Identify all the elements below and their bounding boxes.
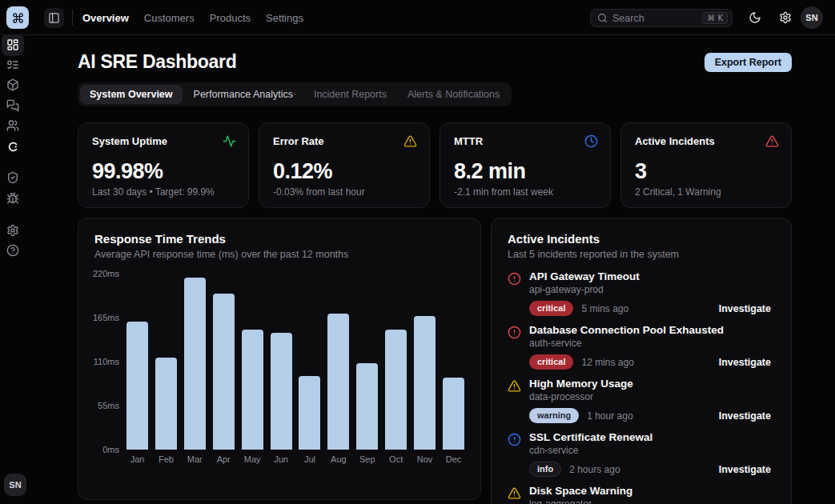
- incident-time: 5 mins ago: [581, 303, 628, 314]
- alert-triangle-icon: [403, 134, 417, 148]
- topbar: Overview Customers Products Settings ⌘ K…: [0, 0, 835, 35]
- incident-title: High Memory Usage: [529, 378, 775, 390]
- alert-circle-icon: [508, 272, 521, 286]
- y-tick: 0ms: [102, 445, 119, 454]
- clock-icon: [584, 134, 598, 148]
- investigate-button[interactable]: Investigate: [719, 303, 771, 314]
- incident-row: API Gateway Timeout api-gateway-prod cri…: [508, 270, 775, 316]
- y-tick: 55ms: [98, 401, 119, 410]
- bar-aug: [327, 314, 349, 450]
- incident-title: SSL Certificate Renewal: [529, 431, 775, 443]
- x-tick-dec: Dec: [443, 454, 464, 464]
- sidebar-item-dashboard[interactable]: [2, 34, 24, 56]
- sidebar-item-debug[interactable]: [2, 187, 24, 210]
- bar-dec: [443, 378, 464, 450]
- tab-alerts-notifications[interactable]: Alerts & Notifications: [398, 85, 509, 104]
- tab-incident-reports[interactable]: Incident Reports: [304, 85, 396, 104]
- y-tick: 220ms: [93, 269, 119, 278]
- bar-oct: [385, 330, 407, 450]
- incident-service: log-aggregator: [529, 498, 775, 504]
- x-axis: JanFebMarAprMayJunJulAugSepOctNovDec: [126, 454, 464, 464]
- investigate-button[interactable]: Investigate: [719, 357, 771, 368]
- top-nav: Overview Customers Products Settings: [82, 0, 303, 35]
- y-axis: 220ms165ms110ms55ms0ms: [94, 274, 126, 450]
- sidebar-item-messages[interactable]: [2, 94, 24, 117]
- sidebar-item-users[interactable]: [2, 114, 24, 137]
- severity-badge: critical: [529, 301, 573, 316]
- chart-title: Response Time Trends: [94, 232, 464, 246]
- stat-card-uptime: System Uptime 99.98% Last 30 days • Targ…: [78, 122, 249, 208]
- nav-link-products[interactable]: Products: [210, 12, 251, 24]
- incidents-subtitle: Last 5 incidents reported in the system: [508, 249, 775, 260]
- bar-may: [242, 330, 263, 450]
- stat-value: 0.12%: [273, 159, 415, 184]
- stat-title: Active Incidents: [635, 135, 777, 147]
- sidebar-user-avatar[interactable]: SN: [4, 474, 26, 496]
- command-button[interactable]: [6, 6, 29, 29]
- tab-system-overview[interactable]: System Overview: [80, 85, 183, 104]
- sidebar-item-products[interactable]: [2, 74, 24, 96]
- search-input[interactable]: [612, 13, 697, 24]
- user-avatar[interactable]: SN: [801, 6, 823, 29]
- sidebar-item-security[interactable]: [2, 166, 24, 189]
- chart-subtitle: Average API response time (ms) over the …: [94, 249, 464, 260]
- export-report-button[interactable]: Export Report: [705, 53, 792, 72]
- stat-cards-row: System Uptime 99.98% Last 30 days • Targ…: [78, 122, 792, 208]
- x-tick-oct: Oct: [385, 454, 407, 464]
- incident-time: 1 hour ago: [587, 410, 632, 422]
- bar-jan: [126, 322, 148, 450]
- settings-button[interactable]: [777, 10, 793, 26]
- tab-performance-analytics[interactable]: Performance Analytics: [184, 85, 303, 104]
- sidebar-item-settings[interactable]: [2, 219, 24, 242]
- active-incidents-card: Active Incidents Last 5 incidents report…: [491, 218, 792, 504]
- page-title: AI SRE Dashboard: [78, 51, 236, 73]
- incidents-title: Active Incidents: [508, 232, 775, 246]
- nav-link-customers[interactable]: Customers: [144, 12, 195, 24]
- incident-row: Database Connection Pool Exhausted auth-…: [508, 324, 775, 370]
- x-tick-aug: Aug: [327, 454, 349, 464]
- bar-apr: [213, 294, 235, 450]
- x-tick-apr: Apr: [213, 454, 235, 464]
- gear-icon: [6, 224, 19, 237]
- stat-subtitle: 2 Critical, 1 Warning: [635, 186, 777, 198]
- stat-card-error-rate: Error Rate 0.12% -0.03% from last hour: [259, 122, 430, 208]
- incident-time: 12 mins ago: [581, 357, 633, 368]
- incident-service: data-processor: [529, 391, 775, 402]
- help-circle-icon: [6, 244, 19, 257]
- nav-link-settings[interactable]: Settings: [266, 12, 303, 24]
- sidebar-item-tasks[interactable]: [2, 54, 24, 76]
- bar-mar: [184, 278, 206, 450]
- incident-service: cdn-service: [529, 445, 775, 456]
- dashboard-icon: [6, 38, 19, 51]
- incident-row: SSL Certificate Renewal cdn-service info…: [508, 431, 775, 477]
- stat-title: Error Rate: [273, 135, 415, 147]
- incident-row: Disk Space Warning log-aggregator: [508, 485, 775, 504]
- stat-card-mttr: MTTR 8.2 min -2.1 min from last week: [440, 122, 611, 208]
- investigate-button[interactable]: Investigate: [719, 410, 771, 422]
- incident-title: Disk Space Warning: [529, 485, 775, 497]
- stat-value: 99.98%: [92, 159, 235, 184]
- sidebar-item-help[interactable]: [2, 239, 24, 262]
- x-tick-jun: Jun: [271, 454, 292, 464]
- sidebar-toggle-button[interactable]: [44, 8, 64, 28]
- severity-badge: warning: [529, 408, 579, 423]
- alert-triangle-icon: [508, 486, 521, 500]
- incident-service: api-gateway-prod: [529, 284, 775, 295]
- stat-subtitle: -0.03% from last hour: [273, 186, 415, 198]
- investigate-button[interactable]: Investigate: [719, 464, 771, 475]
- search-box[interactable]: ⌘ K: [590, 9, 733, 27]
- sidebar-item-logo[interactable]: [2, 135, 24, 158]
- gear-icon: [779, 11, 792, 24]
- x-tick-mar: Mar: [184, 454, 206, 464]
- x-tick-may: May: [242, 454, 263, 464]
- alert-circle-icon: [508, 433, 521, 446]
- bug-icon: [6, 192, 19, 205]
- alert-triangle-icon: [765, 134, 779, 148]
- alert-circle-icon: [508, 326, 521, 339]
- command-icon: [12, 12, 24, 24]
- stat-title: MTTR: [454, 135, 596, 147]
- theme-toggle-button[interactable]: [747, 10, 763, 26]
- stat-value: 8.2 min: [454, 159, 596, 184]
- response-time-chart-card: Response Time Trends Average API respons…: [78, 218, 481, 500]
- nav-link-overview[interactable]: Overview: [82, 12, 129, 24]
